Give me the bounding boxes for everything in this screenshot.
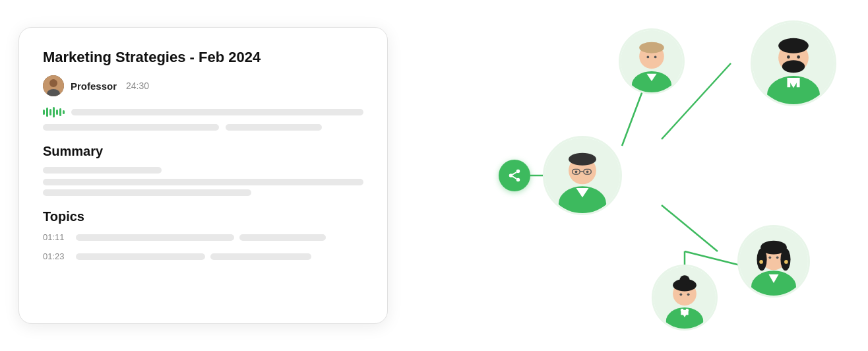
duration: 24:30 xyxy=(126,80,149,91)
avatar-bottom-right xyxy=(737,225,810,298)
svg-line-13 xyxy=(512,172,516,175)
svg-point-10 xyxy=(509,174,513,177)
skeleton-1 xyxy=(43,124,219,131)
topic-bars-1 xyxy=(76,234,363,241)
skeleton-row-1 xyxy=(43,124,363,131)
svg-point-39 xyxy=(787,55,790,59)
avatar-top-left xyxy=(619,28,685,94)
svg-point-46 xyxy=(679,275,689,285)
summary-skeleton-2 xyxy=(43,179,363,185)
svg-point-58 xyxy=(768,256,771,259)
topic-row-1: 01:11 xyxy=(43,232,363,242)
share-icon xyxy=(507,168,522,183)
svg-point-61 xyxy=(784,260,788,264)
svg-point-22 xyxy=(575,170,578,173)
avatar-bottom-center xyxy=(652,265,718,331)
svg-point-47 xyxy=(679,293,682,296)
svg-line-6 xyxy=(662,205,718,251)
svg-point-11 xyxy=(516,178,520,182)
topic-bar-2b xyxy=(210,253,311,260)
svg-point-30 xyxy=(654,56,657,59)
topic-bar-1b xyxy=(239,234,326,241)
svg-point-40 xyxy=(797,55,800,59)
skeleton-2 xyxy=(226,124,322,131)
svg-point-9 xyxy=(516,170,520,174)
svg-rect-35 xyxy=(797,78,800,87)
summary-skeleton-1 xyxy=(43,167,162,174)
svg-point-57 xyxy=(780,248,790,271)
svg-point-37 xyxy=(778,38,809,53)
avatar-top-right xyxy=(751,20,836,106)
professor-avatar xyxy=(43,75,64,96)
svg-point-48 xyxy=(687,293,690,296)
topic-time-2: 01:23 xyxy=(43,251,67,261)
svg-point-28 xyxy=(639,42,664,53)
svg-point-60 xyxy=(759,260,763,264)
svg-point-18 xyxy=(569,153,596,166)
content-card: Marketing Strategies - Feb 2024 Professo… xyxy=(18,27,388,324)
audio-progress-bar xyxy=(71,109,363,115)
summary-title: Summary xyxy=(43,144,363,159)
main-container: Marketing Strategies - Feb 2024 Professo… xyxy=(18,14,850,337)
svg-point-23 xyxy=(586,170,589,173)
avatar-center xyxy=(543,136,622,215)
share-button[interactable] xyxy=(499,160,530,191)
waveform-icon xyxy=(43,107,65,117)
svg-line-12 xyxy=(512,176,516,179)
topic-time-1: 01:11 xyxy=(43,232,67,242)
network-diagram xyxy=(427,14,850,337)
summary-skeleton-3 xyxy=(43,189,251,196)
svg-point-1 xyxy=(49,79,57,87)
svg-rect-49 xyxy=(681,309,683,315)
meta-row: Professor 24:30 xyxy=(43,75,363,96)
topic-row-2: 01:23 xyxy=(43,251,363,261)
topic-bar-1a xyxy=(76,234,234,241)
svg-point-29 xyxy=(646,56,649,59)
svg-point-59 xyxy=(776,256,779,259)
svg-rect-34 xyxy=(787,78,790,87)
topic-bars-2 xyxy=(76,253,363,260)
topic-bar-2a xyxy=(76,253,205,260)
topics-title: Topics xyxy=(43,209,363,224)
svg-point-56 xyxy=(757,248,766,271)
svg-point-38 xyxy=(782,60,805,73)
card-title: Marketing Strategies - Feb 2024 xyxy=(43,49,363,66)
svg-rect-50 xyxy=(686,309,689,315)
audio-row[interactable] xyxy=(43,107,363,117)
professor-name: Professor xyxy=(71,80,117,92)
